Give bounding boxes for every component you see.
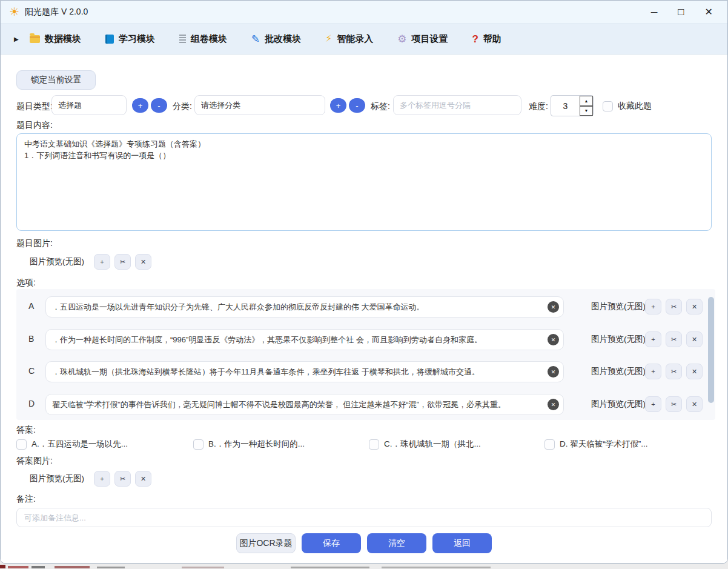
menu-item-project-settings[interactable]: ⚙ 项目设置 xyxy=(397,33,448,45)
minimize-button[interactable]: ─ xyxy=(651,7,658,16)
difficulty-value: 3 xyxy=(551,96,580,116)
category-add-button[interactable]: + xyxy=(330,98,346,113)
menu-item-smart-entry[interactable]: ⚡ 智能录入 xyxy=(325,33,373,45)
option-a-input[interactable] xyxy=(45,296,564,318)
question-image-clear-button[interactable]: ✕ xyxy=(135,254,151,270)
save-button[interactable]: 保存 xyxy=(302,533,361,553)
answer-image-add-button[interactable]: + xyxy=(94,471,110,487)
menu-item-label: 帮助 xyxy=(483,33,501,45)
close-button[interactable]: ✕ xyxy=(705,7,713,17)
difficulty-label: 难度: xyxy=(529,95,548,117)
option-d-image-paste-button[interactable]: ✂ xyxy=(666,396,682,412)
clipped-content-mark xyxy=(182,567,224,568)
maximize-button[interactable]: □ xyxy=(678,7,684,17)
menu-item-paper-module[interactable]: 组卷模块 xyxy=(179,33,227,45)
tags-label: 标签: xyxy=(371,95,390,117)
favorite-checkbox[interactable] xyxy=(603,101,613,111)
difficulty-down-icon[interactable]: ▼ xyxy=(580,106,593,116)
question-image-paste-button[interactable]: ✂ xyxy=(114,254,131,270)
question-image-add-button[interactable]: + xyxy=(94,254,110,270)
tags-input[interactable] xyxy=(393,95,521,115)
clipped-content-mark xyxy=(55,566,90,568)
category-remove-button[interactable]: - xyxy=(349,98,365,113)
option-a-image-add-button[interactable]: + xyxy=(645,299,661,314)
menu-item-grading-module[interactable]: ✎ 批改模块 xyxy=(251,33,301,45)
question-image-preview-label: 图片预览(无图) xyxy=(30,256,85,267)
remark-label: 备注: xyxy=(16,494,36,505)
menu-expand-arrow-icon[interactable]: ▶ xyxy=(14,36,19,42)
menu-item-data-module[interactable]: 数据模块 xyxy=(30,33,81,45)
option-b-image-paste-button[interactable]: ✂ xyxy=(666,331,682,347)
list-icon xyxy=(179,35,186,43)
answer-c-label: C.．珠机城轨一期（拱北... xyxy=(384,439,481,450)
menu-item-label: 批改模块 xyxy=(265,33,301,45)
option-b-clear-icon[interactable]: ✕ xyxy=(548,334,559,345)
question-content-textarea[interactable]: 中考语文基础知识《选择题》专项练习题（含答案） 1．下列词语注音和书写有误的一项… xyxy=(16,133,712,231)
back-button[interactable]: 返回 xyxy=(432,533,492,553)
option-d-image-clear-button[interactable]: ✕ xyxy=(686,396,703,412)
option-letter: A xyxy=(28,301,34,311)
option-b-input[interactable] xyxy=(45,329,564,350)
option-a-image-clear-button[interactable]: ✕ xyxy=(686,299,703,314)
answer-option-b: B.．作为一种超长时间的... xyxy=(193,439,369,450)
difficulty-up-icon[interactable]: ▲ xyxy=(580,96,593,106)
lock-settings-button[interactable]: 锁定当前设置 xyxy=(16,70,96,90)
option-c-clear-icon[interactable]: ✕ xyxy=(548,366,559,378)
answer-c-checkbox[interactable] xyxy=(369,439,379,450)
menu-item-study-module[interactable]: 学习模块 xyxy=(105,33,155,45)
remark-input[interactable] xyxy=(16,508,712,527)
option-image-preview-label: 图片预览(无图) xyxy=(591,366,646,377)
options-scrollbar[interactable] xyxy=(708,297,714,403)
book-icon xyxy=(105,35,114,44)
answer-image-clear-button[interactable]: ✕ xyxy=(135,471,151,487)
option-letter: C xyxy=(28,366,35,376)
option-c-image-paste-button[interactable]: ✂ xyxy=(666,364,682,379)
pen-icon: ✎ xyxy=(251,34,260,44)
type-remove-button[interactable]: - xyxy=(151,98,167,113)
menu-bar: ▶ 数据模块 学习模块 组卷模块 ✎ 批改模块 ⚡ 智能录入 ⚙ 项目设置 ? … xyxy=(1,24,727,55)
difficulty-stepper[interactable]: 3 ▲ ▼ xyxy=(551,95,594,116)
question-type-label: 题目类型: xyxy=(16,95,53,117)
question-image-label: 题目图片: xyxy=(16,238,53,249)
type-add-button[interactable]: + xyxy=(132,98,148,113)
option-b-image-clear-button[interactable]: ✕ xyxy=(686,331,703,347)
question-type-input[interactable] xyxy=(51,95,127,115)
question-mark-icon: ? xyxy=(472,34,478,44)
ocr-entry-button[interactable]: 图片OCR录题 xyxy=(236,533,296,553)
option-d-clear-icon[interactable]: ✕ xyxy=(548,399,559,410)
option-letter: D xyxy=(28,399,35,408)
option-image-preview-label: 图片预览(无图) xyxy=(591,301,646,312)
menu-item-label: 智能录入 xyxy=(337,33,373,45)
options-label: 选项: xyxy=(16,278,36,288)
clear-button[interactable]: 清空 xyxy=(367,533,426,553)
option-a-image-paste-button[interactable]: ✂ xyxy=(666,299,682,314)
gear-icon: ⚙ xyxy=(397,34,406,44)
clipped-content-mark xyxy=(31,566,45,568)
option-d-image-add-button[interactable]: + xyxy=(645,396,661,412)
answer-d-checkbox[interactable] xyxy=(544,439,555,450)
menu-item-label: 学习模块 xyxy=(119,33,155,45)
option-c-input[interactable] xyxy=(45,361,564,382)
option-c-image-add-button[interactable]: + xyxy=(645,364,661,379)
answers-label: 答案: xyxy=(16,425,36,436)
category-input[interactable] xyxy=(194,95,325,115)
option-b-image-add-button[interactable]: + xyxy=(645,331,661,347)
options-panel: A ✕ 图片预览(无图) + ✂ ✕ B ✕ 图片预览(无图) xyxy=(16,289,715,420)
option-row-b: B ✕ 图片预览(无图) + ✂ ✕ xyxy=(16,329,715,350)
option-letter: B xyxy=(28,334,34,344)
option-d-input[interactable] xyxy=(45,394,564,415)
clipped-content-mark xyxy=(291,567,369,568)
category-label: 分类: xyxy=(173,95,192,117)
question-content-label: 题目内容: xyxy=(16,120,53,131)
answer-image-paste-button[interactable]: ✂ xyxy=(114,471,131,487)
menu-item-label: 数据模块 xyxy=(45,33,81,45)
answer-b-checkbox[interactable] xyxy=(193,439,204,450)
answer-b-label: B.．作为一种超长时间的... xyxy=(208,439,305,450)
answer-a-label: A.．五四运动是一场以先... xyxy=(31,439,128,450)
favorite-label: 收藏此题 xyxy=(618,101,652,111)
lightning-icon: ⚡ xyxy=(325,34,332,44)
option-a-clear-icon[interactable]: ✕ xyxy=(548,301,559,313)
option-c-image-clear-button[interactable]: ✕ xyxy=(686,364,703,379)
answer-a-checkbox[interactable] xyxy=(16,439,27,450)
menu-item-help[interactable]: ? 帮助 xyxy=(472,33,501,45)
